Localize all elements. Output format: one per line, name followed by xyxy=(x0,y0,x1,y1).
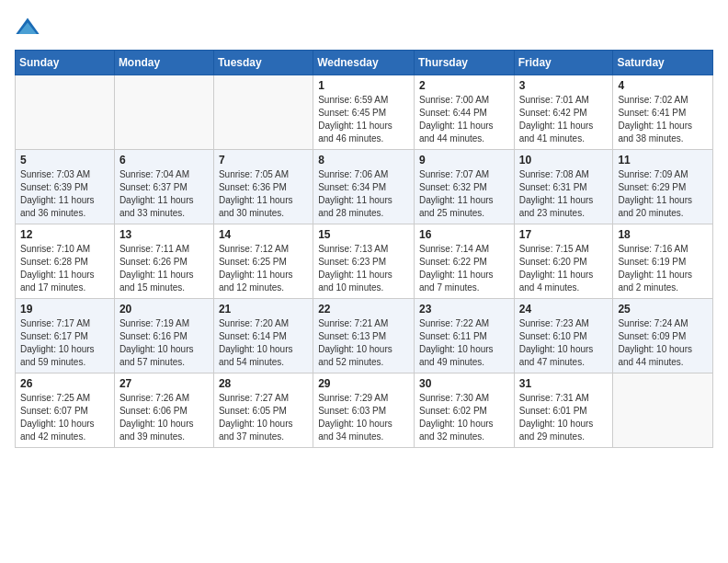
calendar-cell: 6Sunrise: 7:04 AM Sunset: 6:37 PM Daylig… xyxy=(114,150,213,224)
day-info: Sunrise: 7:09 AM Sunset: 6:29 PM Dayligh… xyxy=(618,168,708,220)
day-number: 8 xyxy=(318,154,409,167)
calendar-cell: 27Sunrise: 7:26 AM Sunset: 6:06 PM Dayli… xyxy=(114,373,213,448)
header-thursday: Thursday xyxy=(414,51,514,75)
day-info: Sunrise: 7:00 AM Sunset: 6:44 PM Dayligh… xyxy=(419,94,509,145)
day-number: 25 xyxy=(618,303,708,316)
day-number: 22 xyxy=(318,303,409,316)
calendar-cell: 4Sunrise: 7:02 AM Sunset: 6:41 PM Daylig… xyxy=(613,75,713,150)
day-number: 12 xyxy=(20,228,109,241)
calendar-cell xyxy=(613,373,713,448)
day-info: Sunrise: 7:31 AM Sunset: 6:01 PM Dayligh… xyxy=(519,392,609,443)
calendar-cell: 11Sunrise: 7:09 AM Sunset: 6:29 PM Dayli… xyxy=(613,150,713,224)
calendar-cell: 21Sunrise: 7:20 AM Sunset: 6:14 PM Dayli… xyxy=(213,299,313,373)
calendar-cell: 23Sunrise: 7:22 AM Sunset: 6:11 PM Dayli… xyxy=(414,299,514,373)
day-number: 5 xyxy=(20,154,109,167)
header-monday: Monday xyxy=(114,51,213,75)
day-info: Sunrise: 7:24 AM Sunset: 6:09 PM Dayligh… xyxy=(618,317,708,369)
calendar-cell: 30Sunrise: 7:30 AM Sunset: 6:02 PM Dayli… xyxy=(414,373,514,448)
header-saturday: Saturday xyxy=(613,51,713,75)
logo-icon xyxy=(15,15,40,40)
day-info: Sunrise: 7:19 AM Sunset: 6:16 PM Dayligh… xyxy=(119,317,209,369)
calendar-cell xyxy=(213,75,313,150)
day-info: Sunrise: 7:07 AM Sunset: 6:32 PM Dayligh… xyxy=(419,168,509,220)
day-number: 30 xyxy=(419,377,509,390)
day-info: Sunrise: 7:01 AM Sunset: 6:42 PM Dayligh… xyxy=(519,94,609,145)
calendar-cell: 16Sunrise: 7:14 AM Sunset: 6:22 PM Dayli… xyxy=(414,224,514,299)
day-info: Sunrise: 7:12 AM Sunset: 6:25 PM Dayligh… xyxy=(219,243,308,294)
day-info: Sunrise: 7:14 AM Sunset: 6:22 PM Dayligh… xyxy=(419,243,509,294)
calendar-week-row: 1Sunrise: 6:59 AM Sunset: 6:45 PM Daylig… xyxy=(16,75,713,150)
calendar-cell: 8Sunrise: 7:06 AM Sunset: 6:34 PM Daylig… xyxy=(313,150,415,224)
day-info: Sunrise: 7:05 AM Sunset: 6:36 PM Dayligh… xyxy=(219,168,308,220)
calendar-cell xyxy=(16,75,115,150)
header-sunday: Sunday xyxy=(16,51,115,75)
calendar-week-row: 12Sunrise: 7:10 AM Sunset: 6:28 PM Dayli… xyxy=(16,224,713,299)
day-number: 6 xyxy=(119,154,209,167)
day-info: Sunrise: 7:16 AM Sunset: 6:19 PM Dayligh… xyxy=(618,243,708,294)
day-number: 13 xyxy=(119,228,209,241)
calendar-cell: 18Sunrise: 7:16 AM Sunset: 6:19 PM Dayli… xyxy=(613,224,713,299)
day-number: 19 xyxy=(20,303,109,316)
day-number: 11 xyxy=(618,154,708,167)
calendar-week-row: 26Sunrise: 7:25 AM Sunset: 6:07 PM Dayli… xyxy=(16,373,713,448)
day-info: Sunrise: 7:08 AM Sunset: 6:31 PM Dayligh… xyxy=(519,168,609,220)
day-number: 15 xyxy=(318,228,409,241)
day-info: Sunrise: 7:20 AM Sunset: 6:14 PM Dayligh… xyxy=(219,317,308,369)
calendar-week-row: 5Sunrise: 7:03 AM Sunset: 6:39 PM Daylig… xyxy=(16,150,713,224)
calendar-cell: 13Sunrise: 7:11 AM Sunset: 6:26 PM Dayli… xyxy=(114,224,213,299)
calendar-cell: 28Sunrise: 7:27 AM Sunset: 6:05 PM Dayli… xyxy=(213,373,313,448)
calendar-cell: 31Sunrise: 7:31 AM Sunset: 6:01 PM Dayli… xyxy=(514,373,613,448)
day-number: 29 xyxy=(318,377,409,390)
day-info: Sunrise: 7:23 AM Sunset: 6:10 PM Dayligh… xyxy=(519,317,609,369)
day-number: 10 xyxy=(519,154,609,167)
calendar-cell: 7Sunrise: 7:05 AM Sunset: 6:36 PM Daylig… xyxy=(213,150,313,224)
calendar-cell: 20Sunrise: 7:19 AM Sunset: 6:16 PM Dayli… xyxy=(114,299,213,373)
day-number: 28 xyxy=(219,377,308,390)
calendar-cell: 24Sunrise: 7:23 AM Sunset: 6:10 PM Dayli… xyxy=(514,299,613,373)
day-info: Sunrise: 7:02 AM Sunset: 6:41 PM Dayligh… xyxy=(618,94,708,145)
day-info: Sunrise: 7:30 AM Sunset: 6:02 PM Dayligh… xyxy=(419,392,509,443)
day-info: Sunrise: 7:13 AM Sunset: 6:23 PM Dayligh… xyxy=(318,243,409,294)
day-info: Sunrise: 6:59 AM Sunset: 6:45 PM Dayligh… xyxy=(318,94,409,145)
calendar-cell: 10Sunrise: 7:08 AM Sunset: 6:31 PM Dayli… xyxy=(514,150,613,224)
calendar-cell: 12Sunrise: 7:10 AM Sunset: 6:28 PM Dayli… xyxy=(16,224,115,299)
day-number: 4 xyxy=(618,79,708,92)
calendar-cell: 2Sunrise: 7:00 AM Sunset: 6:44 PM Daylig… xyxy=(414,75,514,150)
calendar-cell: 17Sunrise: 7:15 AM Sunset: 6:20 PM Dayli… xyxy=(514,224,613,299)
calendar-cell: 9Sunrise: 7:07 AM Sunset: 6:32 PM Daylig… xyxy=(414,150,514,224)
day-number: 23 xyxy=(419,303,509,316)
day-number: 26 xyxy=(20,377,109,390)
day-info: Sunrise: 7:29 AM Sunset: 6:03 PM Dayligh… xyxy=(318,392,409,443)
calendar-cell: 29Sunrise: 7:29 AM Sunset: 6:03 PM Dayli… xyxy=(313,373,415,448)
calendar-week-row: 19Sunrise: 7:17 AM Sunset: 6:17 PM Dayli… xyxy=(16,299,713,373)
day-info: Sunrise: 7:11 AM Sunset: 6:26 PM Dayligh… xyxy=(119,243,209,294)
day-number: 27 xyxy=(119,377,209,390)
day-info: Sunrise: 7:06 AM Sunset: 6:34 PM Dayligh… xyxy=(318,168,409,220)
calendar-cell: 26Sunrise: 7:25 AM Sunset: 6:07 PM Dayli… xyxy=(16,373,115,448)
calendar-cell: 14Sunrise: 7:12 AM Sunset: 6:25 PM Dayli… xyxy=(213,224,313,299)
calendar-header-row: SundayMondayTuesdayWednesdayThursdayFrid… xyxy=(16,51,713,75)
header-wednesday: Wednesday xyxy=(313,51,415,75)
calendar-cell: 25Sunrise: 7:24 AM Sunset: 6:09 PM Dayli… xyxy=(613,299,713,373)
logo xyxy=(15,15,44,40)
day-number: 24 xyxy=(519,303,609,316)
day-info: Sunrise: 7:17 AM Sunset: 6:17 PM Dayligh… xyxy=(20,317,109,369)
day-number: 7 xyxy=(219,154,308,167)
calendar-cell: 1Sunrise: 6:59 AM Sunset: 6:45 PM Daylig… xyxy=(313,75,415,150)
day-number: 14 xyxy=(219,228,308,241)
header-tuesday: Tuesday xyxy=(213,51,313,75)
calendar-cell xyxy=(114,75,213,150)
day-info: Sunrise: 7:03 AM Sunset: 6:39 PM Dayligh… xyxy=(20,168,109,220)
day-info: Sunrise: 7:25 AM Sunset: 6:07 PM Dayligh… xyxy=(20,392,109,443)
calendar-cell: 15Sunrise: 7:13 AM Sunset: 6:23 PM Dayli… xyxy=(313,224,415,299)
day-info: Sunrise: 7:15 AM Sunset: 6:20 PM Dayligh… xyxy=(519,243,609,294)
page-header xyxy=(15,15,713,40)
header-friday: Friday xyxy=(514,51,613,75)
day-info: Sunrise: 7:26 AM Sunset: 6:06 PM Dayligh… xyxy=(119,392,209,443)
day-info: Sunrise: 7:27 AM Sunset: 6:05 PM Dayligh… xyxy=(219,392,308,443)
calendar-cell: 22Sunrise: 7:21 AM Sunset: 6:13 PM Dayli… xyxy=(313,299,415,373)
day-number: 31 xyxy=(519,377,609,390)
day-info: Sunrise: 7:22 AM Sunset: 6:11 PM Dayligh… xyxy=(419,317,509,369)
day-number: 21 xyxy=(219,303,308,316)
day-number: 20 xyxy=(119,303,209,316)
